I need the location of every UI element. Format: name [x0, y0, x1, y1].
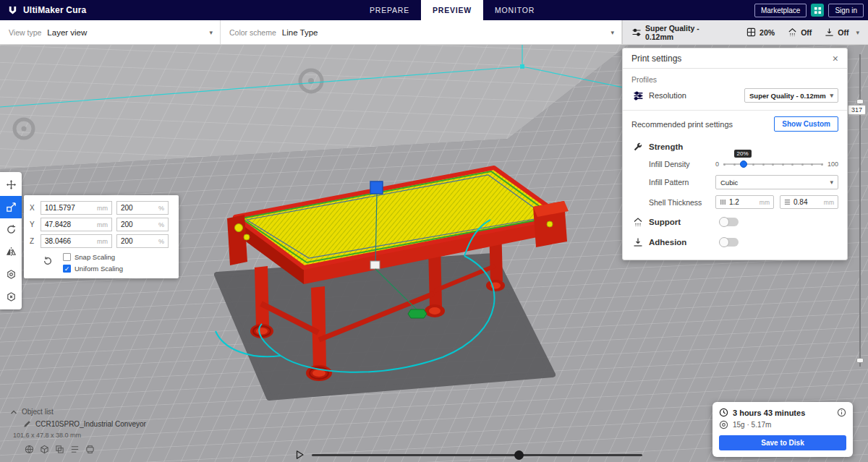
infill-density-label: Infill Density — [649, 160, 715, 168]
layer-range-slider[interactable]: 317 — [854, 54, 868, 367]
sign-in-button[interactable]: Sign in — [828, 4, 864, 17]
gizmo-center-handle[interactable] — [370, 261, 380, 269]
axis-y-label: Y — [30, 221, 36, 228]
stage-tabs: PREPARE PREVIEW MONITOR — [358, 0, 546, 20]
view-type-dropdown[interactable]: View type Layer view ▾ — [0, 20, 221, 44]
resolution-label: Resolution — [649, 91, 744, 100]
scale-y-size-input[interactable]: 47.8428mm — [41, 218, 112, 231]
per-model-settings-tool-button[interactable] — [0, 263, 22, 286]
scale-z-size-input[interactable]: 38.0466mm — [41, 234, 112, 248]
support-toggle[interactable] — [720, 218, 739, 226]
app-header: UltiMaker Cura PREPARE PREVIEW MONITOR M… — [0, 0, 868, 20]
reset-scale-icon[interactable] — [43, 256, 53, 269]
gizmo-green-handle[interactable] — [408, 309, 427, 318]
top-bottom-thickness-input[interactable]: 0.84 mm — [780, 195, 838, 209]
close-icon[interactable]: × — [833, 54, 838, 64]
move-tool-button[interactable] — [0, 174, 22, 196]
gizmo-blue-handle[interactable] — [370, 181, 383, 194]
print-settings-summary-bar[interactable]: Super Quality - 0.12mm 20% Off Off ▾ — [622, 20, 868, 44]
save-to-disk-button[interactable]: Save to Disk — [719, 435, 846, 450]
view-toolbar: View type Layer view ▾ Color scheme Line… — [0, 20, 868, 45]
uniform-scaling-box[interactable]: ✓ — [63, 265, 71, 273]
profiles-label: Profiles — [631, 75, 838, 84]
show-custom-button[interactable]: Show Custom — [774, 116, 838, 132]
color-scheme-dropdown[interactable]: Color scheme Line Type ▾ — [221, 20, 622, 44]
layer-slider-bottom-handle[interactable] — [856, 358, 864, 363]
marketplace-apps-icon[interactable] — [811, 4, 824, 17]
resolution-dropdown[interactable]: Super Quality - 0.12mm▾ — [744, 88, 838, 103]
strength-section-title: Strength — [649, 142, 683, 151]
infill-pattern-label: Infill Pattern — [649, 178, 715, 187]
print-job-card: 3 hours 43 minutes 15g · 5.17m Save to D… — [712, 402, 853, 457]
print-time: 3 hours 43 minutes — [733, 408, 833, 417]
scale-x-percent-input[interactable]: 200% — [116, 201, 169, 215]
strength-wrench-icon — [631, 142, 644, 152]
resolution-layers-icon — [631, 90, 644, 101]
uniform-scaling-checkbox[interactable]: ✓ Uniform Scaling — [63, 265, 123, 273]
scale-x-size-input[interactable]: 101.5797mm — [41, 201, 112, 215]
scale-y-percent-input[interactable]: 200% — [116, 218, 169, 231]
info-icon[interactable] — [837, 408, 846, 417]
tab-prepare[interactable]: PREPARE — [358, 0, 421, 20]
object-dimensions: 101.6 x 47.8 x 38.0 mm — [13, 432, 184, 439]
object-list-panel: Object list CCR10SPRO_Industrial Conveyo… — [10, 408, 184, 454]
view-front-icon[interactable] — [40, 445, 49, 454]
simulation-scrubber-handle[interactable] — [514, 450, 524, 460]
recommended-settings-label: Recommended print settings — [631, 120, 733, 129]
scale-row-x: X 101.5797mm 200% — [30, 201, 173, 215]
axis-z-label: Z — [30, 237, 36, 245]
layer-slider-top-handle[interactable] — [856, 99, 864, 104]
edit-pencil-icon[interactable] — [23, 420, 31, 428]
play-icon[interactable] — [295, 450, 305, 460]
object-list-toggle[interactable]: Object list — [10, 408, 184, 416]
scale-row-y: Y 47.8428mm 200% — [30, 218, 173, 231]
slider-min-label: 0 — [715, 161, 719, 168]
mirror-tool-button[interactable] — [0, 241, 22, 263]
summary-infill: 20% — [760, 28, 775, 37]
wall-thickness-input[interactable]: 1.2 mm — [715, 195, 774, 209]
print-settings-panel: Print settings × Profiles Resolution Sup… — [622, 48, 848, 260]
view-type-label: View type — [9, 28, 41, 37]
view-left-icon[interactable] — [70, 445, 80, 454]
scale-tool-button[interactable] — [0, 196, 22, 218]
top-bottom-lines-icon — [784, 199, 791, 205]
view-3d-icon[interactable] — [25, 445, 34, 454]
infill-density-slider[interactable]: 20% — [723, 159, 823, 169]
axis-x-label: X — [30, 204, 36, 212]
collapse-settings-chevron-icon[interactable]: ▾ — [856, 29, 859, 36]
object-list-item[interactable]: CCR10SPRO_Industrial Conveyor — [23, 420, 184, 428]
scale-z-percent-input[interactable]: 200% — [116, 234, 169, 248]
current-layer-badge[interactable]: 317 — [848, 105, 866, 115]
scale-panel: X 101.5797mm 200% Y 47.8428mm 200% Z 38.… — [24, 195, 179, 278]
adhesion-icon — [825, 27, 834, 37]
wall-lines-icon — [720, 199, 726, 205]
slider-max-label: 100 — [827, 161, 838, 168]
marketplace-button[interactable]: Marketplace — [754, 4, 807, 17]
snap-scaling-checkbox[interactable]: Snap Scaling — [63, 253, 123, 261]
snap-scaling-box[interactable] — [63, 253, 71, 261]
color-scheme-value: Line Type — [282, 28, 318, 37]
adhesion-icon — [631, 237, 644, 247]
material-usage: 15g · 5.17m — [733, 421, 771, 429]
print-settings-title: Print settings — [631, 54, 681, 64]
color-scheme-label: Color scheme — [229, 28, 276, 37]
support-blocker-tool-button[interactable] — [0, 286, 22, 308]
rotate-tool-button[interactable] — [0, 218, 22, 241]
simulation-playback — [295, 448, 642, 461]
infill-density-slider-handle[interactable] — [740, 161, 747, 168]
view-right-icon[interactable] — [85, 445, 95, 454]
adhesion-toggle[interactable] — [720, 238, 739, 247]
adhesion-label: Adhesion — [649, 238, 715, 247]
material-spool-icon — [719, 420, 728, 429]
infill-pattern-dropdown[interactable]: Cubic▾ — [715, 175, 838, 189]
support-icon — [788, 27, 797, 37]
chevron-down-icon: ▾ — [209, 29, 213, 36]
clock-icon — [719, 408, 728, 417]
app-title: UltiMaker Cura — [23, 5, 87, 15]
tab-preview[interactable]: PREVIEW — [421, 0, 483, 20]
view-top-icon[interactable] — [55, 445, 64, 454]
simulation-scrubber[interactable] — [312, 450, 642, 460]
tab-monitor[interactable]: MONITOR — [483, 0, 546, 20]
chevron-up-icon — [10, 409, 17, 415]
support-icon — [631, 217, 644, 227]
